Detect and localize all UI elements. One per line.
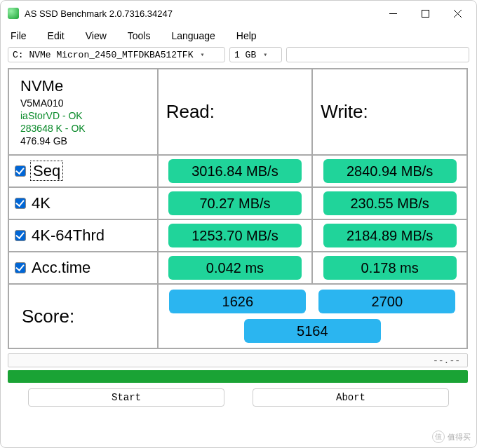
button-row: Start Abort	[8, 388, 469, 407]
acc-label: Acc.time	[32, 259, 90, 277]
driver-status: iaStorVD - OK	[20, 109, 146, 122]
status-bar: --.--	[8, 353, 468, 367]
progress-bar	[8, 370, 468, 383]
menu-tools[interactable]: Tools	[125, 29, 154, 43]
drive-select-value: C: NVMe Micron_2450_MTFDKBA512TFK	[13, 50, 193, 60]
seq-write: 2840.94 MB/s	[323, 159, 457, 183]
4k64-write: 2184.89 MB/s	[323, 224, 457, 247]
menu-language[interactable]: Language	[168, 29, 217, 43]
4k64-checkbox[interactable]	[15, 230, 26, 241]
4k-label: 4K	[32, 194, 51, 212]
menu-help[interactable]: Help	[234, 29, 260, 43]
seq-checkbox[interactable]	[15, 165, 26, 177]
4k-read: 70.27 MB/s	[168, 191, 302, 215]
close-button[interactable]	[441, 2, 473, 25]
maximize-button[interactable]	[409, 2, 441, 25]
read-header: Read:	[159, 101, 311, 123]
chevron-down-icon: ▾	[263, 50, 267, 59]
minimize-button[interactable]	[377, 2, 409, 25]
window-controls	[377, 2, 473, 25]
menu-file[interactable]: File	[8, 29, 29, 43]
device-type: NVMe	[20, 76, 146, 97]
acc-read: 0.042 ms	[168, 256, 302, 280]
acc-checkbox[interactable]	[15, 262, 26, 273]
size-select[interactable]: 1 GB ▾	[229, 47, 282, 62]
capacity: 476.94 GB	[20, 135, 146, 147]
4k64-read: 1253.70 MB/s	[168, 224, 302, 247]
drive-select[interactable]: C: NVMe Micron_2450_MTFDKBA512TFK ▾	[8, 47, 225, 62]
abort-button[interactable]: Abort	[253, 388, 449, 407]
start-button[interactable]: Start	[28, 388, 224, 407]
results-table: NVMe V5MA010 iaStorVD - OK 283648 K - OK…	[8, 68, 468, 349]
watermark-icon: 值	[432, 430, 445, 443]
app-icon	[8, 8, 19, 19]
toolbar-spacer	[286, 47, 469, 62]
window-title: AS SSD Benchmark 2.0.7316.34247	[25, 8, 377, 19]
score-write: 2700	[318, 290, 455, 313]
app-window: AS SSD Benchmark 2.0.7316.34247 File Edi…	[0, 0, 477, 448]
score-label: Score:	[15, 306, 152, 327]
menubar: File Edit View Tools Language Help	[1, 26, 476, 46]
size-select-value: 1 GB	[234, 50, 256, 60]
seq-read: 3016.84 MB/s	[168, 159, 302, 183]
seq-label: Seq	[32, 162, 62, 179]
watermark: 值 值得买	[432, 430, 471, 443]
watermark-text: 值得买	[448, 432, 471, 442]
4k-checkbox[interactable]	[15, 198, 26, 209]
score-read: 1626	[169, 290, 306, 313]
alignment-status: 283648 K - OK	[20, 122, 146, 135]
4k64-label: 4K-64Thrd	[32, 226, 105, 245]
score-block: 1626 2700 5164	[159, 290, 466, 343]
firmware-version: V5MA010	[20, 97, 146, 109]
titlebar: AS SSD Benchmark 2.0.7316.34247	[1, 1, 476, 26]
score-total: 5164	[244, 319, 381, 343]
toolbar: C: NVMe Micron_2450_MTFDKBA512TFK ▾ 1 GB…	[1, 46, 476, 67]
menu-view[interactable]: View	[83, 29, 109, 43]
write-header: Write:	[314, 101, 466, 123]
acc-write: 0.178 ms	[323, 256, 457, 280]
svg-rect-1	[422, 10, 429, 17]
device-info: NVMe V5MA010 iaStorVD - OK 283648 K - OK…	[15, 72, 152, 151]
chevron-down-icon: ▾	[200, 50, 204, 59]
4k-write: 230.55 MB/s	[323, 191, 457, 215]
menu-edit[interactable]: Edit	[45, 29, 67, 43]
status-text: --.--	[433, 355, 460, 366]
